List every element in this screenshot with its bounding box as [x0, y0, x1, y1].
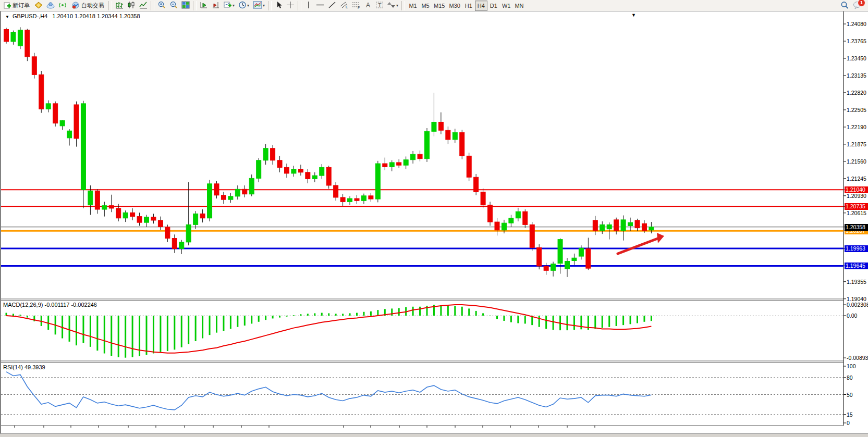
toolbar-separator [151, 1, 154, 10]
rsi-label: RSI(14) 49.3939 [3, 364, 45, 370]
new-order-button[interactable]: 新订单 [1, 1, 32, 11]
toolbar-separator [193, 1, 197, 10]
axis-tick-label: 1.22190 [847, 124, 866, 130]
chart-title: ▼ GBPUSD-,H4 1.20410 1.20418 1.20344 1.2… [5, 13, 140, 19]
candlestick-button[interactable] [126, 1, 137, 11]
tile-windows-button[interactable] [180, 1, 191, 11]
chart-shift-button[interactable] [210, 1, 222, 11]
chart-shift-icon [212, 1, 220, 10]
horizontal-line-icon [316, 1, 324, 10]
timeframe-button-m5[interactable]: M5 [419, 1, 432, 11]
axis-tick-label: 1.21560 [847, 158, 866, 165]
arrows-button[interactable]: ▾ [386, 1, 400, 11]
axis-tick-label: 100 [847, 363, 856, 369]
equidistant-channel-icon: E [340, 1, 348, 10]
chart-shift-marker[interactable]: ▼ [631, 13, 636, 18]
axis-tick-label: 1.23765 [847, 38, 866, 44]
timeframe-button-h4[interactable]: H4 [475, 1, 487, 11]
axis-tick-label: 50 [847, 392, 853, 398]
trendline-button[interactable] [326, 1, 338, 11]
toolbar-separator [108, 1, 112, 10]
price-badge: 1.19963 [845, 245, 868, 252]
auto-trading-button[interactable]: 自动交易 [69, 1, 107, 11]
crosshair-icon [286, 1, 295, 10]
new-order-icon [4, 2, 11, 10]
search-button[interactable] [839, 1, 851, 11]
line-chart-icon [139, 1, 148, 10]
vertical-line-icon [305, 1, 312, 10]
templates-button[interactable]: ▾ [251, 1, 266, 11]
window-bottom-edge [0, 433, 868, 437]
text-label-button[interactable]: T [374, 1, 385, 11]
auto-scroll-icon [200, 1, 208, 10]
chart-window[interactable]: ▼ GBPUSD-,H4 1.20410 1.20418 1.20344 1.2… [0, 11, 868, 433]
timeframe-button-h1[interactable]: H1 [462, 1, 475, 11]
community-icon [46, 2, 55, 10]
bar-chart-button[interactable] [114, 1, 125, 11]
zoom-out-button[interactable] [168, 1, 179, 11]
ohlc-values: 1.20410 1.20418 1.20344 1.20358 [52, 13, 140, 19]
axis-tick-label: 1.21245 [847, 176, 866, 182]
chart-canvas[interactable] [1, 11, 868, 433]
cursor-icon [275, 1, 283, 10]
gold-button[interactable] [33, 1, 44, 11]
text-button[interactable]: A [362, 1, 373, 11]
symbol-label: GBPUSD-,H4 [13, 13, 47, 19]
autotrading-icon [71, 2, 80, 10]
chevron-down-icon: ▾ [247, 3, 249, 8]
candlestick-icon [127, 1, 136, 10]
cursor-button[interactable] [273, 1, 284, 11]
tile-windows-icon [181, 1, 190, 10]
timeframe-button-mn[interactable]: MN [512, 1, 525, 11]
timeframe-button-w1[interactable]: W1 [500, 1, 513, 11]
timeframe-button-m30[interactable]: M30 [447, 1, 462, 11]
axis-tick-label: 1.19355 [847, 279, 866, 285]
axis-tick-label: -0.008939 [847, 355, 868, 361]
chat-badge: 1 [858, 0, 865, 7]
zoom-in-button[interactable] [156, 1, 167, 11]
signals-button[interactable] [57, 1, 68, 11]
symbol-dropdown-icon[interactable]: ▼ [5, 15, 9, 19]
toolbar-separator [268, 1, 272, 10]
mt4-terminal: 新订单 自动交易 [0, 0, 868, 437]
text-icon: A [364, 1, 372, 10]
new-chart-icon [224, 1, 232, 10]
price-badge: 1.21040 [845, 186, 868, 193]
zoom-in-icon [157, 1, 166, 10]
trendline-icon [328, 1, 336, 10]
templates-icon [253, 1, 262, 10]
auto-trading-label: 自动交易 [81, 2, 104, 9]
bar-chart-icon [115, 1, 124, 10]
vertical-line-button[interactable] [303, 1, 314, 11]
search-icon [840, 1, 849, 10]
chat-button[interactable]: 1 [851, 1, 864, 11]
zoom-out-icon [169, 1, 178, 10]
axis-tick-label: 1.20930 [847, 193, 866, 199]
auto-scroll-button[interactable] [198, 1, 210, 11]
macd-label: MACD(12,26,9) -0.001117 -0.002246 [3, 302, 97, 308]
periods-clock-icon [238, 1, 247, 10]
timeframe-button-d1[interactable]: D1 [487, 1, 500, 11]
periods-button[interactable]: ▾ [237, 1, 251, 11]
text-label-icon: T [375, 1, 384, 10]
toolbar: 新订单 自动交易 [0, 0, 868, 11]
gold-icon [34, 2, 43, 10]
price-badge: 1.20358 [845, 224, 868, 231]
crosshair-button[interactable] [285, 1, 296, 11]
chevron-down-icon: ▾ [233, 3, 235, 8]
price-badge: 1.19645 [845, 263, 868, 269]
timeframe-bar: M1M5M15M30H1H4D1W1MN [407, 1, 525, 11]
equidistant-channel-button[interactable]: E [338, 1, 350, 11]
axis-tick-label: 15 [847, 411, 853, 418]
timeframe-button-m15[interactable]: M15 [432, 1, 447, 11]
fibonacci-button[interactable]: F [350, 1, 362, 11]
new-chart-button[interactable]: ▾ [222, 1, 236, 11]
chevron-down-icon: ▾ [263, 3, 265, 8]
community-button[interactable] [45, 1, 56, 11]
timeframe-button-m1[interactable]: M1 [407, 1, 419, 11]
svg-text:E: E [346, 5, 348, 9]
horizontal-line-button[interactable] [314, 1, 326, 11]
axis-tick-label: 0.002308 [847, 302, 868, 308]
axis-tick-label: 1.22820 [847, 90, 866, 96]
line-chart-button[interactable] [138, 1, 149, 11]
